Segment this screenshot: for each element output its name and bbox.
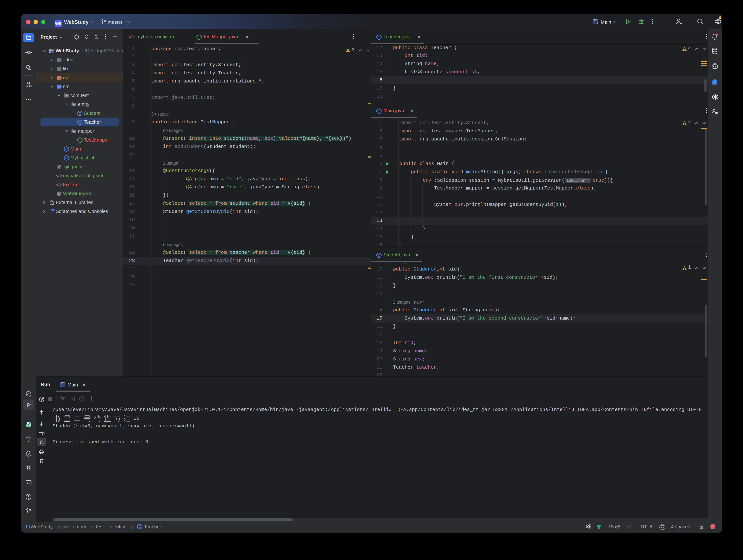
svg-text:</>: </> (56, 183, 62, 187)
svg-text:C: C (378, 109, 380, 113)
svg-text:1t: 1t (133, 416, 139, 421)
svg-text:C: C (79, 120, 81, 124)
svg-text:</>: </> (56, 174, 62, 178)
svg-text:C: C (138, 525, 141, 529)
svg-text:C: C (65, 147, 68, 151)
svg-text:I: I (199, 35, 199, 39)
svg-text:?: ? (29, 66, 30, 70)
svg-text:C: C (378, 254, 380, 258)
svg-text:I: I (79, 138, 80, 142)
svg-text:C: C (65, 156, 68, 160)
svg-text:C: C (79, 111, 81, 115)
svg-text:C: C (378, 35, 380, 39)
svg-text:</>: </> (128, 35, 134, 39)
